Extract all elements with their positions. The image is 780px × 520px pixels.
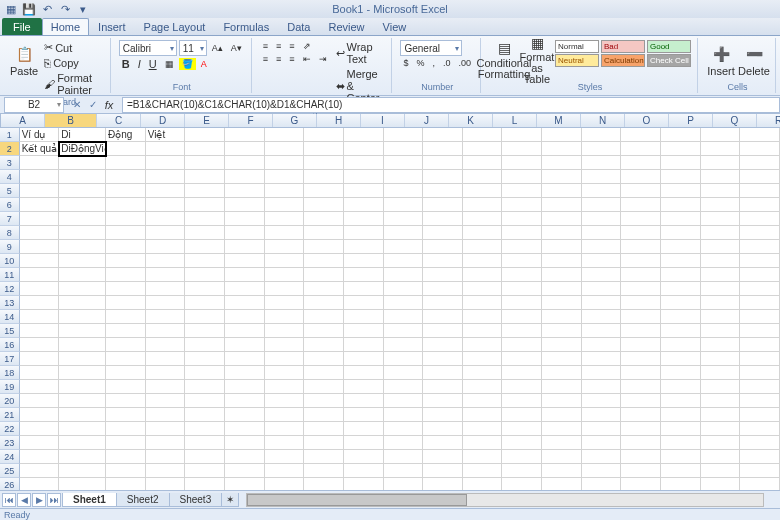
cell-I20[interactable] [344, 394, 384, 408]
sheet-nav-prev-icon[interactable]: ◀ [17, 493, 31, 507]
row-header-13[interactable]: 13 [0, 296, 20, 310]
cell-Q10[interactable] [661, 254, 701, 268]
cell-R9[interactable] [701, 240, 741, 254]
cell-F15[interactable] [225, 324, 265, 338]
cell-G23[interactable] [265, 436, 305, 450]
cell-A17[interactable] [20, 352, 60, 366]
cell-E9[interactable] [185, 240, 225, 254]
cell-G20[interactable] [265, 394, 305, 408]
cell-E19[interactable] [185, 380, 225, 394]
cell-R16[interactable] [701, 338, 741, 352]
cell-P9[interactable] [621, 240, 661, 254]
cell-R20[interactable] [701, 394, 741, 408]
cell-G26[interactable] [265, 478, 305, 490]
wrap-text-button[interactable]: ↩Wrap Text [333, 40, 386, 66]
cell-S8[interactable] [740, 226, 780, 240]
cell-L19[interactable] [463, 380, 503, 394]
cell-O10[interactable] [582, 254, 622, 268]
cell-A20[interactable] [20, 394, 60, 408]
cell-Q19[interactable] [661, 380, 701, 394]
cell-F10[interactable] [225, 254, 265, 268]
cell-I21[interactable] [344, 408, 384, 422]
cell-P19[interactable] [621, 380, 661, 394]
cell-P6[interactable] [621, 198, 661, 212]
cell-J21[interactable] [384, 408, 424, 422]
cell-L12[interactable] [463, 282, 503, 296]
row-header-7[interactable]: 7 [0, 212, 20, 226]
cell-L13[interactable] [463, 296, 503, 310]
cell-S18[interactable] [740, 366, 780, 380]
cell-L11[interactable] [463, 268, 503, 282]
cell-J13[interactable] [384, 296, 424, 310]
cell-D4[interactable] [146, 170, 186, 184]
cell-O1[interactable] [582, 128, 622, 142]
cell-B2[interactable]: DiĐộngViệt [59, 142, 106, 156]
cell-G3[interactable] [265, 156, 305, 170]
cell-K24[interactable] [423, 450, 463, 464]
cell-O23[interactable] [582, 436, 622, 450]
cell-K25[interactable] [423, 464, 463, 478]
cell-D2[interactable] [146, 142, 186, 156]
cell-G11[interactable] [265, 268, 305, 282]
cell-I7[interactable] [344, 212, 384, 226]
cell-R4[interactable] [701, 170, 741, 184]
cell-I22[interactable] [344, 422, 384, 436]
cell-P11[interactable] [621, 268, 661, 282]
cell-B13[interactable] [59, 296, 106, 310]
cell-L9[interactable] [463, 240, 503, 254]
cell-H22[interactable] [304, 422, 344, 436]
cell-S6[interactable] [740, 198, 780, 212]
cell-G21[interactable] [265, 408, 305, 422]
cell-K10[interactable] [423, 254, 463, 268]
cell-J22[interactable] [384, 422, 424, 436]
cell-S13[interactable] [740, 296, 780, 310]
cell-H16[interactable] [304, 338, 344, 352]
cell-E1[interactable] [185, 128, 225, 142]
cell-N9[interactable] [542, 240, 582, 254]
align-right-icon[interactable]: ≡ [286, 53, 297, 65]
cell-C2[interactable] [106, 142, 146, 156]
cell-R19[interactable] [701, 380, 741, 394]
cell-C13[interactable] [106, 296, 146, 310]
cell-E11[interactable] [185, 268, 225, 282]
cell-I10[interactable] [344, 254, 384, 268]
cell-A12[interactable] [20, 282, 60, 296]
cell-J24[interactable] [384, 450, 424, 464]
cell-M14[interactable] [502, 310, 542, 324]
cell-F4[interactable] [225, 170, 265, 184]
cell-A5[interactable] [20, 184, 60, 198]
cell-Q18[interactable] [661, 366, 701, 380]
cell-C3[interactable] [106, 156, 146, 170]
cell-B5[interactable] [59, 184, 106, 198]
cell-G7[interactable] [265, 212, 305, 226]
cell-K3[interactable] [423, 156, 463, 170]
cell-Q9[interactable] [661, 240, 701, 254]
cell-B20[interactable] [59, 394, 106, 408]
cell-Q17[interactable] [661, 352, 701, 366]
cell-L6[interactable] [463, 198, 503, 212]
cell-M26[interactable] [502, 478, 542, 490]
cell-S7[interactable] [740, 212, 780, 226]
cell-N5[interactable] [542, 184, 582, 198]
cell-O9[interactable] [582, 240, 622, 254]
cell-S9[interactable] [740, 240, 780, 254]
formula-bar[interactable]: =B1&CHAR(10)&C1&CHAR(10)&D1&CHAR(10) [122, 97, 780, 113]
cell-O25[interactable] [582, 464, 622, 478]
col-header-N[interactable]: N [581, 114, 625, 127]
cell-D7[interactable] [146, 212, 186, 226]
cell-H8[interactable] [304, 226, 344, 240]
cell-I14[interactable] [344, 310, 384, 324]
cell-D9[interactable] [146, 240, 186, 254]
cell-A8[interactable] [20, 226, 60, 240]
cell-O16[interactable] [582, 338, 622, 352]
row-header-23[interactable]: 23 [0, 436, 20, 450]
cell-C23[interactable] [106, 436, 146, 450]
cell-I11[interactable] [344, 268, 384, 282]
cell-A2[interactable]: Kết quả [20, 142, 60, 156]
cell-C7[interactable] [106, 212, 146, 226]
cell-P18[interactable] [621, 366, 661, 380]
cell-I12[interactable] [344, 282, 384, 296]
cell-E13[interactable] [185, 296, 225, 310]
paste-button[interactable]: 📋Paste [10, 40, 38, 80]
cell-B18[interactable] [59, 366, 106, 380]
